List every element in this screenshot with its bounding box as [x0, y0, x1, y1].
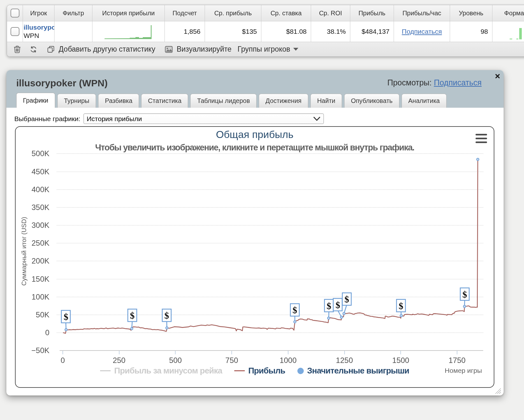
player-detail-panel: illusorypoker (WPN) Просмотры: Подписать… — [6, 70, 504, 395]
player-network: WPN — [24, 32, 39, 40]
close-icon[interactable] — [495, 74, 500, 79]
views-label: Просмотры: — [387, 78, 432, 87]
column-header-avg-roi[interactable]: Ср. ROI — [311, 5, 350, 21]
table-row: illusorypoker WPN 1,856 $135 $81.08 38.1… — [7, 21, 524, 42]
visualize-button[interactable]: Визуализируйте — [177, 45, 231, 54]
avg-stake-cell: $81.08 — [261, 21, 311, 42]
profit-series — [16, 127, 494, 388]
chart-type-select-value: История прибыли — [87, 115, 142, 123]
column-header-count[interactable]: Подсчет — [164, 5, 205, 21]
dollar-flag-symbol: $ — [128, 309, 137, 322]
visualize-icon[interactable] — [165, 46, 173, 53]
column-header-player[interactable]: Игрок — [23, 5, 54, 21]
dollar-flag-symbol: $ — [333, 299, 342, 311]
refresh-icon[interactable] — [30, 46, 37, 53]
select-all-checkbox[interactable] — [11, 9, 19, 18]
tab-leaderboards[interactable]: Таблицы лидеров — [190, 94, 257, 108]
player-name-link[interactable]: illusorypoker — [24, 24, 54, 31]
tab-graphs[interactable]: Графики — [16, 93, 55, 108]
dollar-flag-symbol: $ — [62, 310, 70, 323]
avg-profit-cell: $135 — [205, 21, 261, 42]
column-header-filter[interactable]: Фильтр — [54, 5, 92, 21]
count-cell: 1,856 — [164, 21, 205, 42]
level-cell: 98 — [450, 21, 492, 42]
dollar-flag-symbol: $ — [324, 300, 333, 312]
profit-history-spark-cell — [92, 21, 164, 42]
legend-item-profit-minus-rake[interactable]: Прибыль за минусом рейка — [100, 366, 222, 376]
tab-analytics[interactable]: Аналитика — [402, 94, 447, 108]
subscribe-link-panel[interactable]: Подписаться — [434, 78, 482, 87]
stats-table-header-row: ИгрокФильтрИстория прибылиПодсчетСр. при… — [7, 5, 524, 21]
panel-title: illusorypoker (WPN) — [16, 78, 108, 89]
column-header-form[interactable]: Форма — [492, 5, 524, 21]
column-header-level[interactable]: Уровень — [450, 5, 492, 21]
avg-roi-cell: 38.1% — [311, 21, 350, 42]
resize-grip-icon[interactable] — [495, 388, 501, 394]
legend-item-profit[interactable]: Прибыль — [234, 366, 285, 376]
player-cell: illusorypoker WPN — [23, 21, 54, 42]
legend-swatch — [297, 368, 304, 374]
dollar-flag-symbol: $ — [162, 309, 171, 322]
profit-cell: $484,137 — [350, 21, 394, 42]
filter-cell — [54, 21, 92, 42]
tab-tournaments[interactable]: Турниры — [57, 94, 96, 108]
tab-publish[interactable]: Опубликовать — [344, 94, 399, 108]
form-spark-cell — [492, 21, 524, 42]
form-sparkline — [492, 21, 524, 42]
player-stats-table: ИгрокФильтрИстория прибылиПодсчетСр. при… — [7, 5, 524, 57]
legend-label: Значительные выигрыши — [307, 366, 409, 376]
select-charts-label: Выбранные графики: — [14, 115, 80, 123]
player-groups-button[interactable]: Группы игроков — [237, 45, 290, 54]
profit-chart[interactable]: Общая прибыль Чтобы увеличить изображени… — [15, 126, 494, 388]
column-header-avg-stake[interactable]: Ср. ставка — [261, 5, 311, 21]
profit-per-hour-cell: Подписаться — [394, 21, 450, 42]
legend-label: Прибыль за минусом рейка — [114, 366, 222, 376]
tab-achievements[interactable]: Достижения — [259, 94, 308, 108]
select-all-cell — [7, 5, 23, 21]
chart-type-select[interactable]: История прибыли — [84, 113, 324, 124]
dollar-flag-symbol: $ — [397, 300, 405, 312]
trash-icon[interactable] — [14, 46, 21, 53]
column-header-profit-history[interactable]: История прибыли — [92, 5, 164, 21]
column-header-avg-profit[interactable]: Ср. прибыль — [205, 5, 261, 21]
panel-header-band: illusorypoker (WPN) Просмотры: Подписать… — [6, 70, 504, 108]
copy-add-stat-icon[interactable] — [47, 46, 55, 53]
dollar-flag-symbol: $ — [342, 293, 351, 305]
column-header-profit-per-hour[interactable]: Прибыль/час — [394, 5, 450, 21]
column-header-profit[interactable]: Прибыль — [350, 5, 394, 21]
legend-swatch — [234, 370, 245, 371]
row-select-cell — [7, 21, 23, 42]
chart-legend: Прибыль за минусом рейкаПрибыльЗначитель… — [16, 366, 494, 376]
dollar-flag-symbol: $ — [290, 304, 299, 316]
panel-tabs: ГрафикиТурнирыРазбивкаСтатистикаТаблицы … — [16, 93, 447, 108]
tab-find[interactable]: Найти — [310, 94, 342, 108]
tab-statistics[interactable]: Статистика — [141, 94, 188, 108]
legend-swatch — [100, 370, 111, 371]
subscribe-link-table[interactable]: Подписаться — [402, 28, 442, 35]
select-chevron-icon — [313, 117, 320, 121]
views-area: Просмотры: Подписаться — [387, 78, 482, 87]
add-stat-button[interactable]: Добавить другую статистику — [59, 45, 155, 54]
dollar-flag-symbol: $ — [460, 288, 469, 301]
x-axis-label: Номер игры — [445, 367, 482, 374]
row-checkbox[interactable] — [11, 27, 19, 36]
legend-label: Прибыль — [248, 366, 285, 376]
player-groups-dropdown-icon[interactable] — [293, 48, 298, 51]
table-toolbar: Добавить другую статистику Визуализируйт… — [7, 42, 524, 56]
tab-breakdown[interactable]: Разбивка — [98, 94, 139, 108]
profit-history-sparkline — [92, 21, 164, 42]
legend-item-significant-wins[interactable]: Значительные выигрыши — [297, 366, 409, 376]
